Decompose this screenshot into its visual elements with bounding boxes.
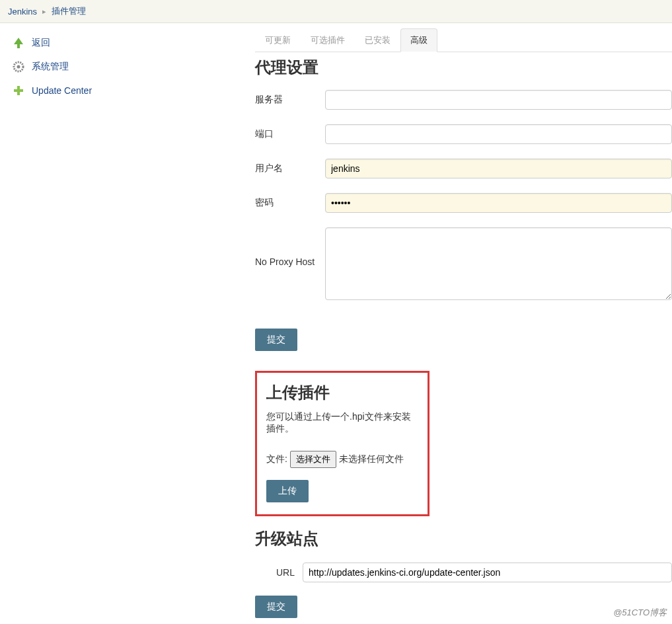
sidebar-item-manage[interactable]: 系统管理 bbox=[5, 55, 250, 79]
choose-file-button[interactable]: 选择文件 bbox=[290, 451, 336, 468]
sidebar-item-back[interactable]: 返回 bbox=[5, 31, 250, 55]
url-input[interactable] bbox=[303, 563, 672, 582]
tab-advanced[interactable]: 高级 bbox=[400, 28, 437, 52]
no-proxy-label: No Proxy Host bbox=[255, 227, 325, 267]
breadcrumb-page[interactable]: 插件管理 bbox=[52, 5, 86, 17]
upload-button[interactable]: 上传 bbox=[266, 480, 309, 502]
main-content: 可更新 可选插件 已安装 高级 代理设置 服务器 端口 用户名 密码 No Pr… bbox=[255, 23, 672, 618]
sidebar-item-label: 返回 bbox=[32, 37, 50, 49]
upload-section: 上传插件 您可以通过上传一个.hpi文件来安装插件。 文件: 选择文件 未选择任… bbox=[255, 371, 429, 516]
server-label: 服务器 bbox=[255, 90, 325, 106]
update-site-heading: 升级站点 bbox=[255, 528, 672, 549]
gear-icon bbox=[11, 59, 26, 75]
tab-updates[interactable]: 可更新 bbox=[255, 28, 301, 52]
sidebar-item-label: 系统管理 bbox=[32, 61, 69, 73]
port-input[interactable] bbox=[325, 124, 672, 144]
tab-bar: 可更新 可选插件 已安装 高级 bbox=[255, 28, 672, 52]
url-label: URL bbox=[276, 567, 295, 578]
svg-point-2 bbox=[17, 86, 20, 89]
plugin-icon bbox=[11, 83, 26, 98]
svg-point-1 bbox=[17, 65, 20, 69]
sidebar-item-label: Update Center bbox=[32, 85, 92, 96]
tab-installed[interactable]: 已安装 bbox=[355, 28, 400, 52]
proxy-heading: 代理设置 bbox=[255, 57, 672, 78]
proxy-submit-button[interactable]: 提交 bbox=[255, 329, 297, 351]
password-input[interactable] bbox=[325, 193, 672, 213]
tab-available[interactable]: 可选插件 bbox=[301, 28, 355, 52]
breadcrumb: Jenkins ▸ 插件管理 bbox=[0, 0, 672, 23]
no-file-text: 未选择任何文件 bbox=[339, 453, 404, 465]
watermark: @51CTO博客 bbox=[613, 607, 667, 618]
sidebar-item-update-center[interactable]: Update Center bbox=[5, 79, 250, 102]
breadcrumb-separator-icon: ▸ bbox=[42, 7, 46, 16]
upload-heading: 上传插件 bbox=[266, 382, 418, 403]
server-input[interactable] bbox=[325, 90, 672, 110]
upload-description: 您可以通过上传一个.hpi文件来安装插件。 bbox=[266, 411, 418, 435]
up-arrow-icon bbox=[11, 35, 26, 51]
breadcrumb-root[interactable]: Jenkins bbox=[8, 7, 37, 17]
file-label: 文件: bbox=[266, 453, 287, 465]
update-site-submit-button[interactable]: 提交 bbox=[255, 596, 297, 618]
sidebar: 返回 系统管理 Update Center bbox=[0, 23, 255, 618]
svg-point-3 bbox=[20, 89, 23, 92]
no-proxy-input[interactable] bbox=[325, 227, 672, 300]
password-label: 密码 bbox=[255, 193, 325, 209]
username-input[interactable] bbox=[325, 159, 672, 178]
port-label: 端口 bbox=[255, 124, 325, 140]
username-label: 用户名 bbox=[255, 159, 325, 175]
